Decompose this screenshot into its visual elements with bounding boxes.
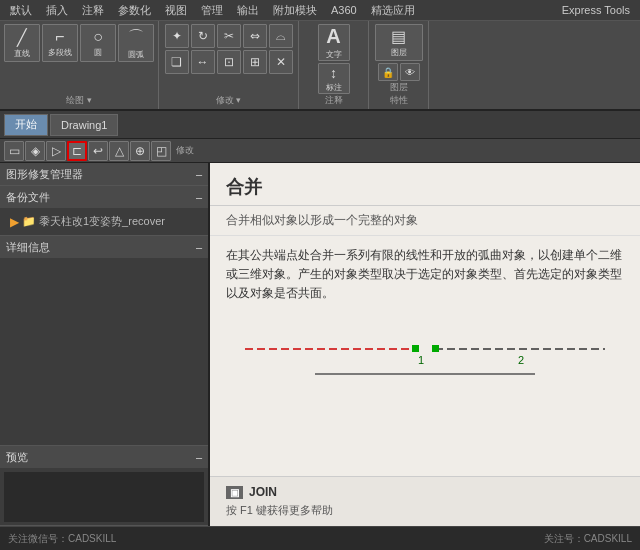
sub-tool-1[interactable]: ▭ xyxy=(4,141,24,161)
array-btn[interactable]: ⊞ xyxy=(243,50,267,74)
preview-header[interactable]: 预览 – xyxy=(0,446,208,468)
collapse-icon: – xyxy=(196,168,202,180)
detail-section: 详细信息 – xyxy=(0,236,208,446)
backup-files-section: 备份文件 – ▶ 📁 黍天柱改1变姿势_recover xyxy=(0,186,208,236)
sub-tool-5[interactable]: ↩ xyxy=(88,141,108,161)
ribbon-group-layer: ▤ 图层 🔒 👁 图层特性 xyxy=(369,21,429,109)
help-body: 在其公共端点处合并一系列有限的线性和开放的弧曲对象，以创建单个二维或三维对象。产… xyxy=(210,236,640,314)
tab-drawing1[interactable]: Drawing1 xyxy=(50,114,118,136)
draw-group-label: 绘图 ▾ xyxy=(66,94,92,107)
circle-tool-btn[interactable]: ○ 圆 xyxy=(80,24,116,62)
preview-collapse-icon: – xyxy=(196,451,202,463)
repair-manager-header[interactable]: 图形修复管理器 – xyxy=(0,163,208,185)
command-name: JOIN xyxy=(249,485,277,499)
layer-vis-btn[interactable]: 👁 xyxy=(400,63,420,81)
join-diagram: 1 2 xyxy=(235,324,615,384)
diagram-area: 1 2 xyxy=(210,314,640,394)
svg-rect-3 xyxy=(432,345,439,352)
help-footer: ▣ JOIN 按 F1 键获得更多帮助 xyxy=(210,476,640,526)
menu-item-insert[interactable]: 插入 xyxy=(40,1,74,20)
preview-canvas xyxy=(4,472,204,522)
move-btn[interactable]: ✦ xyxy=(165,24,189,48)
rotate-btn[interactable]: ↻ xyxy=(191,24,215,48)
help-subtitle: 合并相似对象以形成一个完整的对象 xyxy=(210,206,640,236)
svg-text:1: 1 xyxy=(418,354,424,366)
layer-btn[interactable]: ▤ 图层 xyxy=(375,24,423,61)
stretch-btn[interactable]: ↔ xyxy=(191,50,215,74)
menu-item-express[interactable]: Express Tools xyxy=(556,2,636,18)
ribbon-group-draw: ╱ 直线 ⌐ 多段线 ○ 圆 ⌒ 圆弧 绘图 ▾ xyxy=(0,21,159,109)
layer-prop-btn[interactable]: 🔒 xyxy=(378,63,398,81)
menu-item-parametric[interactable]: 参数化 xyxy=(112,1,157,20)
fillet-btn[interactable]: ⌓ xyxy=(269,24,293,48)
bottom-text: 关注微信号：CADSKILL xyxy=(8,532,116,546)
modify-label: 修改 xyxy=(176,144,194,157)
modify-tools-row1: ✦ ↻ ✂ ⇔ ⌓ xyxy=(165,24,293,48)
sub-tool-join[interactable]: ⊏ xyxy=(67,141,87,161)
help-hint[interactable]: 按 F1 键获得更多帮助 xyxy=(226,503,624,518)
ribbon-group-modify: ✦ ↻ ✂ ⇔ ⌓ ❏ ↔ ⊡ ⊞ ✕ 修改 ▾ xyxy=(159,21,299,109)
sub-toolbar: ▭ ◈ ▷ ⊏ ↩ △ ⊕ ◰ 修改 xyxy=(0,139,640,163)
sub-tool-8[interactable]: ◰ xyxy=(151,141,171,161)
folder-icon-visual: 📁 xyxy=(22,215,36,228)
backup-files-content: ▶ 📁 黍天柱改1变姿势_recover xyxy=(0,208,208,235)
scale-btn[interactable]: ⊡ xyxy=(217,50,241,74)
copy-btn[interactable]: ❏ xyxy=(165,50,189,74)
layer-group-label: 图层特性 xyxy=(390,81,408,107)
preview-section: 预览 – xyxy=(0,446,208,526)
sub-tool-3[interactable]: ▷ xyxy=(46,141,66,161)
dim-btn[interactable]: ↕ 标注 xyxy=(318,63,350,94)
detail-collapse-icon: – xyxy=(196,241,202,253)
annotate-group-label: 注释 xyxy=(325,94,343,107)
svg-rect-2 xyxy=(412,345,419,352)
svg-text:2: 2 xyxy=(518,354,524,366)
modify-group-label: 修改 ▾ xyxy=(216,94,242,107)
left-panel: 图形修复管理器 – 备份文件 – ▶ 📁 黍天柱改1变姿势_recover 详细… xyxy=(0,163,210,526)
bottom-bar: 关注微信号：CADSKILL 关注号：CADSKILL xyxy=(0,526,640,550)
menu-bar: 默认 插入 注释 参数化 视图 管理 输出 附加模块 A360 精选应用 Exp… xyxy=(0,0,640,21)
backup-file-item[interactable]: ▶ 📁 黍天柱改1变姿势_recover xyxy=(6,212,202,231)
backup-collapse-icon: – xyxy=(196,191,202,203)
repair-manager-section: 图形修复管理器 – xyxy=(0,163,208,186)
text-btn[interactable]: A 文字 xyxy=(318,24,350,61)
line-tool-btn[interactable]: ╱ 直线 xyxy=(4,24,40,62)
join-command: ▣ JOIN xyxy=(226,485,624,499)
modify-tools-row2: ❏ ↔ ⊡ ⊞ ✕ xyxy=(165,50,293,74)
menu-item-default[interactable]: 默认 xyxy=(4,1,38,20)
menu-item-view[interactable]: 视图 xyxy=(159,1,193,20)
help-title: 合并 xyxy=(210,163,640,206)
draw-tools-row1: ╱ 直线 ⌐ 多段线 ○ 圆 ⌒ 圆弧 xyxy=(4,24,154,62)
folder-icon: ▶ xyxy=(10,215,19,229)
menu-item-a360[interactable]: A360 xyxy=(325,2,363,18)
sub-tool-2[interactable]: ◈ xyxy=(25,141,45,161)
menu-item-output[interactable]: 输出 xyxy=(231,1,265,20)
main-area: 图形修复管理器 – 备份文件 – ▶ 📁 黍天柱改1变姿势_recover 详细… xyxy=(0,163,640,526)
backup-files-header[interactable]: 备份文件 – xyxy=(0,186,208,208)
cmd-icon: ▣ xyxy=(226,486,243,499)
sub-tool-6[interactable]: △ xyxy=(109,141,129,161)
ribbon: ╱ 直线 ⌐ 多段线 ○ 圆 ⌒ 圆弧 绘图 ▾ ✦ ↻ ✂ ⇔ xyxy=(0,21,640,111)
help-panel: 合并 合并相似对象以形成一个完整的对象 在其公共端点处合并一系列有限的线性和开放… xyxy=(210,163,640,526)
menu-item-manage[interactable]: 管理 xyxy=(195,1,229,20)
tab-start[interactable]: 开始 xyxy=(4,114,48,136)
sub-tool-7[interactable]: ⊕ xyxy=(130,141,150,161)
ribbon-group-annotate: A 文字 ↕ 标注 注释 xyxy=(299,21,369,109)
watermark: 关注号：CADSKILL xyxy=(544,532,632,546)
detail-header[interactable]: 详细信息 – xyxy=(0,236,208,258)
mirror-btn[interactable]: ⇔ xyxy=(243,24,267,48)
trim-btn[interactable]: ✂ xyxy=(217,24,241,48)
arc-tool-btn[interactable]: ⌒ 圆弧 xyxy=(118,24,154,62)
polyline-tool-btn[interactable]: ⌐ 多段线 xyxy=(42,24,78,62)
erase-btn[interactable]: ✕ xyxy=(269,50,293,74)
menu-item-annotate[interactable]: 注释 xyxy=(76,1,110,20)
menu-item-addon[interactable]: 附加模块 xyxy=(267,1,323,20)
menu-item-featured[interactable]: 精选应用 xyxy=(365,1,421,20)
tab-bar: 开始 Drawing1 xyxy=(0,111,640,139)
